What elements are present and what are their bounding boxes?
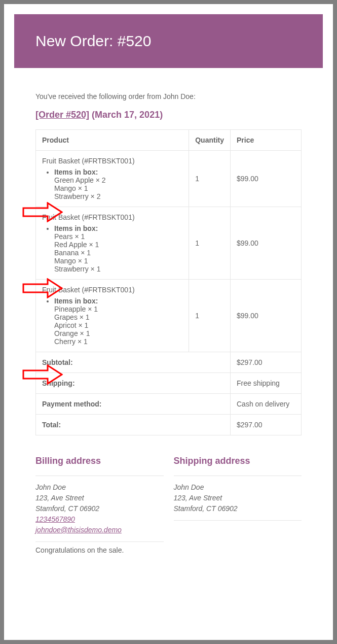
billing-street: 123, Ave Street bbox=[35, 494, 84, 502]
order-items-table: Product Quantity Price Fruit Basket (#FR… bbox=[35, 129, 302, 435]
item-line: Green Apple × 2 bbox=[54, 176, 106, 184]
item-line: Red Apple × 1 bbox=[54, 241, 99, 249]
subtotal-label: Subtotal: bbox=[36, 352, 231, 373]
product-cell: Fruit Basket (#FRTBSKT001)Items in box:G… bbox=[36, 151, 189, 207]
congrats-text: Congratulations on the sale. bbox=[35, 546, 164, 554]
items-label: Items in box: bbox=[54, 224, 98, 232]
total-label: Total: bbox=[36, 415, 231, 435]
shipping-value: Free shipping bbox=[231, 373, 302, 394]
billing-name: John Doe bbox=[35, 483, 66, 491]
product-cell: Fruit Basket (#FRTBSKT001)Items in box:P… bbox=[36, 280, 189, 352]
shipping-column: Shipping address John Doe 123, Ave Stree… bbox=[174, 456, 302, 561]
subtotal-value: $297.00 bbox=[231, 352, 302, 373]
billing-column: Billing address John Doe 123, Ave Street… bbox=[35, 456, 164, 561]
product-name: Fruit Basket (#FRTBSKT001) bbox=[42, 213, 182, 221]
shipping-heading: Shipping address bbox=[174, 456, 302, 466]
list-item: Items in box:Green Apple × 2Mango × 1Str… bbox=[54, 168, 182, 200]
payment-label: Payment method: bbox=[36, 394, 231, 415]
email-body: You've received the following order from… bbox=[14, 68, 323, 561]
price-cell: $99.00 bbox=[231, 280, 302, 352]
shipping-city: Stamford, CT 06902 bbox=[174, 504, 238, 513]
order-heading: [Order #520] (March 17, 2021) bbox=[35, 110, 302, 120]
col-product: Product bbox=[36, 130, 189, 151]
items-list: Items in box:Pineapple × 1Grapes × 1Apri… bbox=[42, 297, 182, 346]
email-container: New Order: #520 You've received the foll… bbox=[4, 4, 333, 640]
qty-cell: 1 bbox=[189, 280, 231, 352]
payment-value: Cash on delivery bbox=[231, 394, 302, 415]
item-line: Banana × 1 bbox=[54, 249, 91, 257]
table-row: Fruit Basket (#FRTBSKT001)Items in box:G… bbox=[36, 151, 302, 207]
shipping-label: Shipping: bbox=[36, 373, 231, 394]
header-banner: New Order: #520 bbox=[14, 14, 323, 68]
item-line: Strawberry × 1 bbox=[54, 265, 100, 273]
col-price: Price bbox=[231, 130, 302, 151]
qty-cell: 1 bbox=[189, 207, 231, 280]
product-cell: Fruit Basket (#FRTBSKT001)Items in box:P… bbox=[36, 207, 189, 280]
item-line: Cherry × 1 bbox=[54, 337, 88, 346]
item-line: Strawberry × 2 bbox=[54, 192, 100, 200]
table-row: Fruit Basket (#FRTBSKT001)Items in box:P… bbox=[36, 280, 302, 352]
item-line: Mango × 1 bbox=[54, 184, 88, 192]
order-date: (March 17, 2021) bbox=[92, 110, 163, 120]
item-line: Mango × 1 bbox=[54, 257, 88, 265]
price-cell: $99.00 bbox=[231, 151, 302, 207]
price-cell: $99.00 bbox=[231, 207, 302, 280]
shipping-street: 123, Ave Street bbox=[174, 494, 222, 502]
intro-text: You've received the following order from… bbox=[35, 92, 302, 100]
items-label: Items in box: bbox=[54, 168, 98, 176]
item-line: Pineapple × 1 bbox=[54, 305, 98, 313]
qty-cell: 1 bbox=[189, 151, 231, 207]
billing-phone-link[interactable]: 1234567890 bbox=[35, 515, 75, 523]
billing-city: Stamford, CT 06902 bbox=[35, 504, 99, 513]
total-value: $297.00 bbox=[231, 415, 302, 435]
items-label: Items in box: bbox=[54, 297, 98, 305]
shipping-name: John Doe bbox=[174, 483, 204, 491]
col-quantity: Quantity bbox=[189, 130, 231, 151]
billing-email-link[interactable]: johndoe@thisisdemo.demo bbox=[35, 526, 122, 534]
addresses-section: Billing address John Doe 123, Ave Street… bbox=[35, 456, 302, 561]
table-row: Fruit Basket (#FRTBSKT001)Items in box:P… bbox=[36, 207, 302, 280]
item-line: Grapes × 1 bbox=[54, 313, 90, 321]
item-line: Orange × 1 bbox=[54, 329, 90, 337]
product-name: Fruit Basket (#FRTBSKT001) bbox=[42, 157, 182, 165]
order-link[interactable]: [Order #520] bbox=[35, 110, 89, 120]
billing-heading: Billing address bbox=[35, 456, 164, 466]
items-list: Items in box:Green Apple × 2Mango × 1Str… bbox=[42, 168, 182, 200]
item-line: Apricot × 1 bbox=[54, 321, 88, 329]
shipping-block: John Doe 123, Ave Street Stamford, CT 06… bbox=[174, 476, 302, 521]
product-name: Fruit Basket (#FRTBSKT001) bbox=[42, 286, 182, 294]
billing-block: John Doe 123, Ave Street Stamford, CT 06… bbox=[35, 476, 164, 542]
list-item: Items in box:Pineapple × 1Grapes × 1Apri… bbox=[54, 297, 182, 346]
list-item: Items in box:Pears × 1Red Apple × 1Banan… bbox=[54, 224, 182, 273]
items-list: Items in box:Pears × 1Red Apple × 1Banan… bbox=[42, 224, 182, 273]
item-line: Pears × 1 bbox=[54, 232, 85, 241]
page-title: New Order: #520 bbox=[35, 32, 302, 50]
